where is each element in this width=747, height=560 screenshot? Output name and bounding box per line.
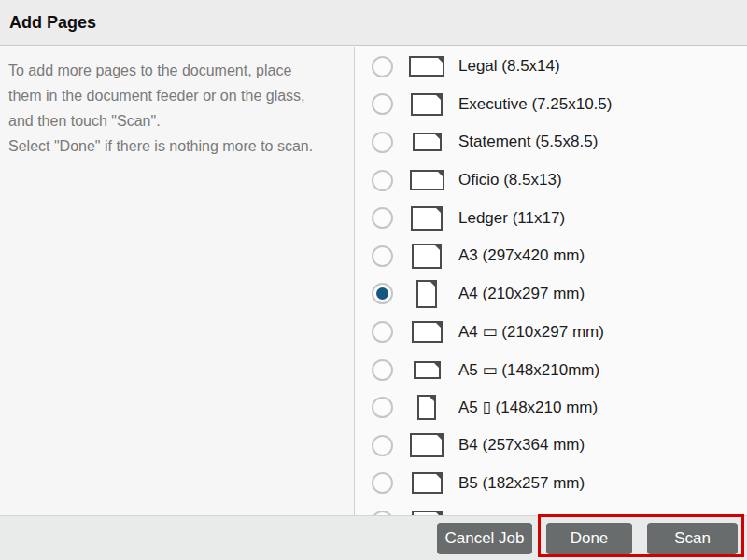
radio-button[interactable]	[372, 359, 393, 381]
paper-size-option[interactable]	[355, 502, 747, 515]
paper-size-label: A4 (210x297 mm)	[458, 285, 585, 303]
paper-size-option[interactable]: A4 (210x297 mm)	[355, 275, 747, 314]
paper-size-label: Ledger (11x17)	[458, 209, 565, 228]
dialog-header: Add Pages	[0, 0, 747, 46]
paper-size-option[interactable]: B4 (257x364 mm)	[355, 427, 747, 465]
paper-portrait-icon	[416, 280, 437, 308]
paper-size-option[interactable]: B5 (182x257 mm)	[355, 465, 747, 503]
paper-size-label: Legal (8.5x14)	[458, 57, 560, 76]
paper-landscape-icon	[412, 472, 443, 494]
cancel-job-button[interactable]: Cancel Job	[437, 523, 532, 554]
radio-button[interactable]	[372, 170, 393, 191]
paper-portrait-icon	[417, 395, 436, 420]
paper-size-label: A4 ▭ (210x297 mm)	[458, 322, 604, 342]
radio-button[interactable]	[372, 435, 393, 456]
paper-size-option[interactable]: Oficio (8.5x13)	[355, 161, 747, 200]
paper-landscape-icon	[410, 433, 444, 457]
paper-size-label: A5 ▯ (148x210 mm)	[458, 398, 598, 417]
instruction-line: and then touch "Scan".	[8, 108, 346, 133]
paper-size-label: B5 (182x257 mm)	[458, 474, 585, 493]
paper-landscape-icon	[413, 133, 442, 151]
paper-landscape-icon	[412, 321, 443, 343]
paper-size-list[interactable]: Legal (8.5x14) Executive (7.25x10.5) Sta…	[355, 47, 747, 515]
dialog-body: To add more pages to the document, place…	[0, 47, 747, 515]
radio-button[interactable]	[372, 56, 393, 77]
paper-size-option[interactable]: A5 ▯ (148x210 mm)	[355, 388, 747, 427]
radio-button[interactable]	[372, 283, 393, 304]
paper-size-option[interactable]: A3 (297x420 mm)	[355, 237, 747, 275]
instruction-line: To add more pages to the document, place	[8, 58, 346, 83]
radio-button[interactable]	[372, 93, 393, 115]
paper-size-option[interactable]: A5 ▭ (148x210mm)	[355, 351, 747, 389]
radio-button[interactable]	[372, 472, 393, 494]
instructions-panel: To add more pages to the document, place…	[0, 47, 355, 515]
paper-landscape-icon	[411, 206, 443, 231]
paper-size-option[interactable]: A4 ▭ (210x297 mm)	[355, 313, 747, 351]
paper-size-option[interactable]: Ledger (11x17)	[355, 199, 747, 237]
radio-button[interactable]	[372, 245, 393, 267]
done-button[interactable]: Done	[546, 523, 632, 554]
paper-size-label: Oficio (8.5x13)	[458, 171, 562, 189]
paper-landscape-icon	[411, 93, 443, 116]
paper-size-label: A5 ▭ (148x210mm)	[458, 360, 599, 380]
paper-landscape-icon	[414, 361, 441, 379]
instruction-line: Select "Done" if there is nothing more t…	[8, 133, 346, 159]
paper-size-option[interactable]: Executive (7.25x10.5)	[355, 86, 747, 124]
paper-landscape-icon	[409, 56, 444, 77]
footer-bar: Cancel Job Done Scan	[0, 515, 747, 560]
paper-size-label: Executive (7.25x10.5)	[458, 95, 612, 114]
paper-size-option[interactable]: Statement (5.5x8.5)	[355, 123, 747, 161]
radio-button[interactable]	[372, 397, 393, 418]
scan-button[interactable]: Scan	[647, 523, 738, 554]
paper-size-label: A3 (297x420 mm)	[458, 246, 585, 265]
radio-button[interactable]	[372, 132, 393, 153]
paper-size-label: B4 (257x364 mm)	[458, 436, 585, 455]
paper-landscape-icon	[412, 244, 442, 269]
paper-landscape-icon	[410, 170, 444, 190]
paper-size-label: Statement (5.5x8.5)	[458, 133, 598, 151]
instruction-line: them in the document feeder or on the gl…	[8, 83, 346, 108]
radio-button[interactable]	[372, 321, 393, 343]
paper-size-option[interactable]: Legal (8.5x14)	[355, 48, 747, 86]
radio-button[interactable]	[372, 207, 393, 229]
page-title: Add Pages	[9, 13, 96, 33]
add-pages-dialog: Add Pages To add more pages to the docum…	[0, 0, 747, 560]
